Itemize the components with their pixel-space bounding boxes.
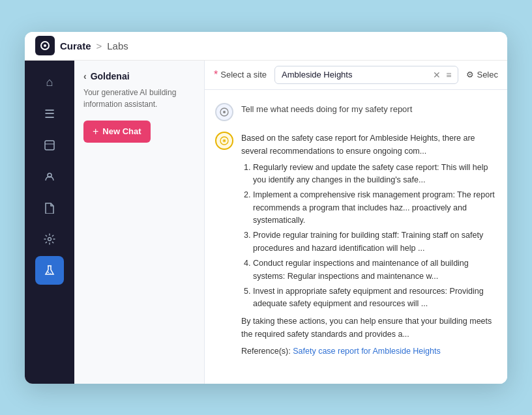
svg-rect-2 — [45, 141, 54, 150]
app-window: Curate > Labs ⌂ ☰ — [25, 32, 507, 384]
back-arrow-icon: ‹ — [83, 71, 87, 81]
app-title: Curate — [60, 40, 91, 51]
main-content: ⌂ ☰ — [25, 61, 507, 384]
panel-description: Your generative AI building information … — [83, 87, 195, 110]
sidebar-item-lab[interactable] — [35, 256, 64, 285]
topbar: Curate > Labs — [25, 32, 507, 61]
reference-link[interactable]: Safety case report for Ambleside Heights — [293, 347, 441, 356]
required-dot: * — [214, 69, 218, 81]
new-chat-label: New Chat — [102, 126, 141, 136]
svg-point-10 — [223, 111, 226, 113]
chat-area: Tell me what needs doing for my safety r… — [205, 90, 507, 384]
sidebar-item-file[interactable] — [35, 193, 64, 222]
svg-point-13 — [224, 139, 225, 141]
reference-line: Reference(s): Safety case report for Amb… — [241, 345, 497, 358]
list-icon[interactable]: ≡ — [446, 70, 451, 80]
site-selector-bar: * Select a site Ambleside Heights ✕ ≡ ⚙ … — [205, 61, 507, 90]
settings-dot: ⚙ — [466, 70, 474, 79]
chat-message-ai: Based on the safety case report for Ambl… — [215, 132, 497, 358]
left-panel: ‹ Goldenai Your generative AI building i… — [74, 61, 205, 384]
app-logo — [35, 36, 55, 55]
user-message-text: Tell me what needs doing for my safety r… — [241, 104, 412, 114]
ai-recommendation-list: Regularly review and update the safety c… — [241, 162, 497, 311]
svg-point-8 — [50, 272, 50, 273]
site-selected-value: Ambleside Heights — [282, 70, 428, 79]
list-item: Conduct regular inspections and maintena… — [253, 257, 497, 283]
ai-outro-text: By taking these actions, you can help en… — [241, 315, 497, 341]
site-select-label: * Select a site — [214, 69, 267, 81]
list-item: Provide regular training for building st… — [253, 229, 497, 255]
list-item: Implement a comprehensive risk managemen… — [253, 189, 497, 227]
user-avatar — [215, 103, 233, 121]
list-item: Regularly review and update the safety c… — [253, 162, 497, 187]
ai-avatar — [215, 132, 233, 150]
clear-icon[interactable]: ✕ — [433, 70, 441, 80]
svg-point-5 — [48, 237, 52, 240]
back-nav[interactable]: ‹ Goldenai — [83, 71, 195, 81]
breadcrumb-subtitle: Labs — [107, 40, 128, 51]
ref-prefix: Reference(s): — [241, 347, 291, 356]
content-area: * Select a site Ambleside Heights ✕ ≡ ⚙ … — [205, 61, 507, 384]
sidebar-item-list[interactable]: ☰ — [35, 100, 64, 128]
ai-message-bubble: Based on the safety case report for Ambl… — [241, 132, 497, 358]
site-action-label: ⚙ Selec — [466, 70, 498, 79]
sidebar-item-settings[interactable] — [35, 225, 64, 253]
sidebar-item-home[interactable]: ⌂ — [35, 68, 64, 97]
list-item: Invest in appropriate safety equipment a… — [253, 285, 497, 311]
new-chat-button[interactable]: + New Chat — [83, 121, 151, 143]
user-message-bubble: Tell me what needs doing for my safety r… — [241, 103, 497, 117]
sidebar-item-layers[interactable] — [35, 131, 64, 160]
ai-intro-text: Based on the safety case report for Ambl… — [241, 132, 497, 158]
sidebar: ⌂ ☰ — [25, 61, 74, 384]
site-input-icons: ✕ ≡ — [433, 70, 451, 80]
breadcrumb-separator: > — [96, 40, 102, 51]
panel-title: Goldenai — [91, 71, 130, 81]
plus-icon: + — [93, 126, 98, 137]
svg-point-7 — [48, 272, 49, 273]
site-input[interactable]: Ambleside Heights ✕ ≡ — [274, 66, 458, 84]
chat-message-user: Tell me what needs doing for my safety r… — [215, 103, 497, 121]
svg-point-1 — [44, 44, 46, 47]
sidebar-item-users[interactable] — [35, 162, 64, 191]
